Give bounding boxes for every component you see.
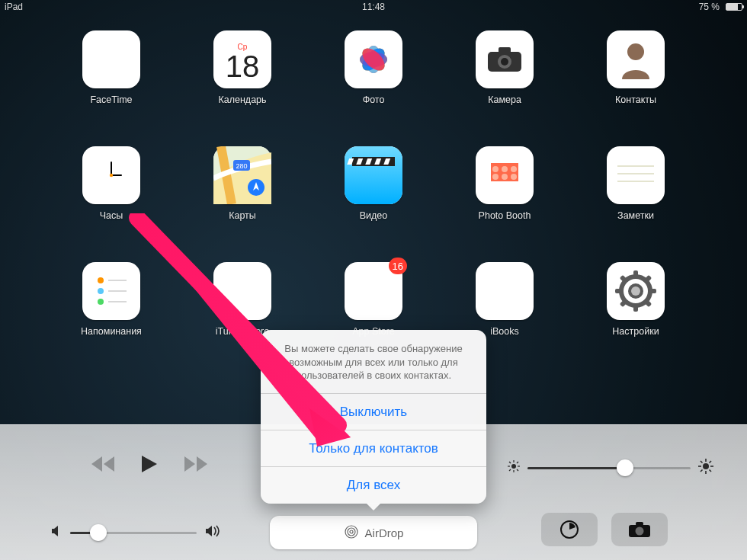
svg-point-31 (492, 166, 499, 172)
svg-line-65 (509, 469, 511, 471)
app-maps[interactable]: 280 Карты (177, 146, 308, 221)
svg-rect-22 (345, 146, 402, 204)
app-videos[interactable]: Видео (308, 146, 439, 221)
svg-rect-77 (636, 522, 643, 526)
contacts-icon (607, 30, 665, 88)
app-label: Календарь (218, 94, 266, 105)
videos-icon (345, 146, 402, 204)
battery-icon (726, 3, 742, 11)
volume-low-icon (50, 525, 63, 540)
app-camera[interactable]: Камера (439, 30, 570, 105)
svg-point-78 (636, 527, 644, 536)
svg-line-62 (509, 462, 511, 463)
prev-track-button[interactable] (91, 456, 114, 475)
settings-icon (607, 262, 665, 320)
volume-slider[interactable] (50, 525, 221, 540)
notes-icon (607, 146, 665, 204)
svg-point-48 (245, 290, 252, 298)
app-label: Напоминания (81, 326, 142, 337)
app-label: Часы (100, 210, 123, 221)
calendar-icon: Ср 18 (213, 30, 271, 88)
svg-point-13 (627, 43, 644, 60)
app-label: Настройки (612, 326, 659, 337)
camera-button[interactable] (611, 513, 668, 546)
app-itunes[interactable]: iTunes Store (177, 262, 308, 337)
reminders-icon (82, 262, 140, 320)
appstore-icon: 16 (345, 262, 402, 320)
svg-point-12 (501, 58, 508, 66)
svg-point-17 (110, 174, 113, 177)
app-label: FaceTime (90, 94, 132, 105)
timer-button[interactable] (541, 513, 598, 546)
svg-text:280: 280 (236, 162, 247, 170)
popover-text: Вы можете сделать свое обнаружение возмо… (261, 330, 486, 394)
airdrop-icon (344, 524, 359, 542)
svg-point-80 (348, 528, 355, 536)
app-facetime[interactable]: FaceTime (46, 30, 177, 105)
maps-icon: 280 (213, 146, 271, 204)
app-label: iBooks (490, 326, 519, 337)
svg-line-74 (701, 470, 703, 472)
airdrop-popover: Вы можете сделать свое обнаружение возмо… (261, 330, 486, 504)
photobooth-icon (476, 146, 534, 204)
app-label: Заметки (617, 210, 654, 221)
svg-line-73 (710, 461, 712, 463)
app-ibooks[interactable]: iBooks (439, 262, 570, 337)
svg-rect-0 (95, 49, 117, 70)
ibooks-icon (476, 262, 534, 320)
brightness-high-icon (698, 459, 713, 477)
app-label: Карты (229, 210, 256, 221)
svg-point-32 (502, 166, 508, 172)
app-photos[interactable]: Фото (308, 30, 439, 105)
app-clock[interactable]: Часы (46, 146, 177, 221)
next-track-button[interactable] (184, 456, 207, 475)
svg-point-49 (355, 273, 392, 309)
svg-point-57 (511, 464, 516, 469)
clock-time: 11:48 (362, 2, 385, 12)
svg-point-33 (511, 166, 517, 172)
itunes-icon (213, 262, 271, 320)
svg-point-47 (231, 293, 239, 301)
app-settings[interactable]: Настройки (570, 262, 701, 337)
svg-point-40 (98, 277, 104, 283)
svg-point-79 (350, 530, 353, 533)
airdrop-option-everyone[interactable]: Для всех (261, 467, 486, 504)
photos-icon (345, 30, 402, 88)
app-label: Видео (360, 210, 388, 221)
airdrop-option-contacts[interactable]: Только для контактов (261, 430, 486, 467)
airdrop-button[interactable]: AirDrop (270, 516, 477, 549)
svg-point-46 (224, 273, 261, 309)
airdrop-label: AirDrop (365, 526, 404, 539)
camera-icon (476, 30, 534, 88)
app-contacts[interactable]: Контакты (570, 30, 701, 105)
battery-status: 75 % (699, 2, 742, 12)
app-appstore[interactable]: 16 App Store (308, 262, 439, 337)
svg-rect-10 (499, 47, 511, 53)
app-notes[interactable]: Заметки (570, 146, 701, 221)
svg-line-64 (517, 462, 518, 463)
facetime-icon (82, 30, 140, 88)
app-calendar[interactable]: Ср 18 Календарь (177, 30, 308, 105)
app-label: Photo Booth (479, 210, 531, 221)
app-label: Контакты (615, 94, 656, 105)
svg-point-41 (98, 288, 104, 294)
svg-point-35 (502, 174, 508, 180)
app-label: Фото (363, 94, 385, 105)
play-button[interactable] (142, 456, 157, 475)
volume-high-icon (204, 525, 221, 540)
svg-point-42 (98, 299, 104, 305)
airdrop-option-off[interactable]: Выключить (261, 394, 486, 430)
app-reminders[interactable]: Напоминания (46, 262, 177, 337)
badge: 16 (389, 258, 407, 274)
svg-line-63 (517, 469, 518, 471)
svg-point-66 (703, 463, 709, 469)
svg-point-36 (511, 174, 517, 180)
svg-line-71 (701, 461, 703, 463)
app-photobooth[interactable]: Photo Booth (439, 146, 570, 221)
clock-icon (82, 146, 140, 204)
svg-point-56 (631, 286, 640, 296)
brightness-low-icon (508, 460, 520, 475)
brightness-slider[interactable] (508, 459, 713, 477)
device-label: iPad (5, 2, 23, 12)
svg-point-34 (492, 174, 499, 180)
